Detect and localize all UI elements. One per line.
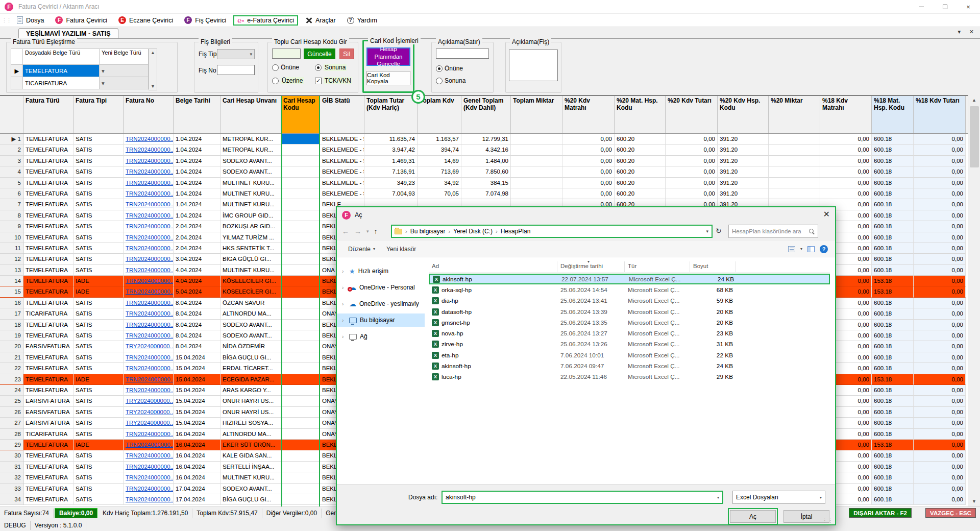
fatura-no-link[interactable]: TRN2024000000... [126, 496, 174, 502]
column-header-hk20[interactable]: %20 Kdv Hsp. Kodu [718, 96, 769, 133]
fatura-no-link[interactable]: TRY2024000000... [126, 420, 174, 426]
sidebar-item-onedrive-personal[interactable]: ›☁OneDrive - Personal [337, 281, 425, 294]
menu-item-ara-lar[interactable]: Araçlar [301, 15, 340, 26]
fatura-no-link[interactable]: TRN2024000000... [126, 365, 174, 371]
fatura-no-link[interactable]: TRN2024000000... [126, 212, 174, 219]
fatura-no-link[interactable]: TRN2024000000... [126, 158, 174, 164]
fis-no-input[interactable] [217, 65, 255, 75]
file-row-dia-hp[interactable]: Xdia-hp25.06.2024 13:41Microsoft Excel Ç… [429, 296, 830, 306]
up-icon[interactable]: ↑ [374, 227, 378, 235]
column-header-t18[interactable]: %18 Kdv Tutarı [914, 96, 966, 133]
scrollbar-thumb[interactable] [970, 106, 979, 167]
fatura-no-link[interactable]: TRN2024000000... [126, 201, 174, 207]
back-icon[interactable]: ← [342, 227, 349, 235]
fatura-no-link[interactable]: TRN2024000000... [126, 332, 174, 339]
fatura-no-link[interactable]: TRN2024000000... [126, 387, 174, 393]
scroll-down-icon[interactable]: ▼ [968, 496, 980, 506]
column-header-n[interactable] [0, 96, 23, 133]
table-row[interactable]: 2TEMELFATURASATISTRN2024000000...1.04.20… [0, 144, 968, 155]
fatura-no-link[interactable]: TRN2024000000... [126, 452, 174, 458]
fatura-no-link[interactable]: TRN2024000000... [126, 223, 174, 229]
mini-grid-scrollbar[interactable]: ▲▼ [149, 49, 157, 90]
fatura-no-link[interactable]: TRY2024000000... [126, 409, 174, 415]
chevron-right-icon[interactable]: › [342, 285, 346, 291]
file-row-datasoft-hp[interactable]: Xdatasoft-hp25.06.2024 13:39Microsoft Ex… [429, 306, 830, 317]
fatura-no-link[interactable]: TRN2024000000... [126, 180, 174, 186]
column-header-genel[interactable]: Genel Toplam (Kdv Dahil) [461, 96, 511, 133]
mini-grid-dropdown[interactable]: ▾ [100, 65, 149, 77]
vazgec-button[interactable]: VAZGEÇ - ESC [925, 508, 976, 518]
chevron-right-icon[interactable]: › [342, 301, 346, 307]
minimize-button[interactable] [910, 0, 933, 14]
fatura-no-link[interactable]: TRN2024000000... [126, 267, 174, 273]
tab-list-dropdown-icon[interactable]: ▾ [958, 29, 961, 35]
column-header-turu[interactable]: Fatura Türü [23, 96, 74, 133]
aciklama-fis-textarea[interactable] [509, 50, 558, 81]
file-row-luca-hp[interactable]: Xluca-hp22.05.2024 11:46Microsoft Excel … [429, 372, 830, 382]
table-row[interactable]: 4TEMELFATURASATISTRN2024000000...1.04.20… [0, 166, 968, 177]
fatura-no-link[interactable]: TRN2024000000... [126, 474, 174, 480]
file-row-akinsoft-hp[interactable]: Xakinsoft-hp7.06.2024 09:47Microsoft Exc… [429, 360, 830, 371]
file-column-header-boyut[interactable]: Boyut [690, 261, 736, 272]
aciklama-satir-input[interactable] [436, 49, 489, 59]
file-row-gmsnet-hp[interactable]: Xgmsnet-hp25.06.2024 13:35Microsoft Exce… [429, 317, 830, 328]
checkbox-tckvkn[interactable]: ✓TCK/VKN [315, 77, 352, 84]
search-input[interactable]: HesapPlan klasöründe ara [728, 225, 818, 238]
file-row-nova-hp[interactable]: Xnova-hp25.06.2024 13:27Microsoft Excel … [429, 328, 830, 339]
column-header-m20[interactable]: %20 Kdv Matrahı [562, 96, 615, 133]
radio-aciklama-onune[interactable]: Önüne [436, 65, 463, 72]
history-dropdown-icon[interactable]: ▾ [366, 229, 369, 234]
breadcrumb-item[interactable]: Bu bilgisayar [410, 228, 446, 235]
chevron-right-icon[interactable]: › [342, 269, 346, 274]
fatura-no-link[interactable]: TRN2024000000... [126, 300, 174, 306]
address-dropdown-icon[interactable]: ▾ [706, 229, 712, 234]
filetype-select[interactable]: Excel Dosyalari ▾ [732, 491, 825, 504]
column-header-tutar[interactable]: Toplam Tutar (Kdv Hariç) [364, 96, 418, 133]
fatura-no-link[interactable]: TRN2024000000... [126, 354, 174, 360]
chevron-right-icon[interactable]: › [342, 334, 346, 340]
radio-onune[interactable]: Önüne [272, 64, 299, 71]
cari-kod-kopyala-button[interactable]: Cari Kod Kopyala [366, 71, 410, 85]
column-header-miktar[interactable]: Toplam Miktar [511, 96, 562, 133]
forward-icon[interactable]: → [354, 227, 361, 235]
file-row-eta-hp[interactable]: Xeta-hp7.06.2024 10:01Microsoft Excel Ç.… [429, 350, 830, 360]
sidebar-item-a-[interactable]: ›Ağ [337, 330, 425, 343]
menu-item-fatura-evirici[interactable]: FFatura Çevirici [51, 15, 111, 26]
breadcrumb-item[interactable]: Yerel Disk (C:) [453, 228, 493, 235]
view-dropdown-icon[interactable]: ▾ [800, 247, 802, 251]
duzenle-button[interactable]: Düzenle▾ [348, 246, 375, 253]
fatura-no-link[interactable]: TRN2024000000... [126, 464, 174, 470]
file-column-header-de-i-tirme-tarihi[interactable]: Değiştirme tarihi▾ [557, 261, 625, 272]
fatura-no-link[interactable]: TRY2024000000... [126, 398, 174, 404]
column-header-mik20[interactable]: %20 Miktar [769, 96, 820, 133]
sil-button[interactable]: Sil [339, 49, 354, 59]
fatura-no-link[interactable]: TRN2024000000... [126, 256, 174, 262]
close-button[interactable]: × [957, 0, 980, 14]
refresh-icon[interactable]: ↻ [716, 227, 722, 235]
fatura-no-link[interactable]: TRN2024000000... [126, 147, 174, 153]
mini-grid-cell[interactable]: TEMELFATURA [23, 65, 100, 77]
open-button[interactable]: Aç [730, 510, 776, 523]
column-header-mk18[interactable]: %18 Mat. Hsp. Kodu [872, 96, 914, 133]
menu-item-dosya[interactable]: Dosya [13, 15, 48, 26]
mini-grid-dropdown[interactable]: ▾ [100, 77, 149, 89]
menu-item-e-fatura-evirici[interactable]: ℮-e-Fatura Çevirici [233, 15, 298, 26]
menu-item-fi-evirici[interactable]: FFiş Çevirici [180, 15, 230, 26]
table-row[interactable]: 6TEMELFATURASATISTRN2024000000...1.04.20… [0, 188, 968, 199]
column-header-unvan[interactable]: Cari Hesap Unvanı [220, 96, 281, 133]
column-header-no[interactable]: Fatura No [124, 96, 174, 133]
file-row-orka-sql-hp[interactable]: Xorka-sql-hp25.06.2024 14:54Microsoft Ex… [429, 284, 830, 295]
sidebar-item-h-zl-eri-im[interactable]: ›★Hızlı erişim [337, 264, 425, 278]
radio-sonuna[interactable]: Sonuna [315, 64, 347, 71]
file-row-zirve-hp[interactable]: Xzirve-hp25.06.2024 13:26Microsoft Excel… [429, 339, 830, 350]
filename-input[interactable]: akinsoft-hp ▾ [442, 491, 723, 504]
column-header-m18[interactable]: %18 Kdv Matrahı [820, 96, 872, 133]
menu-item-yard-m[interactable]: ?Yardım [343, 15, 381, 26]
disari-aktar-button[interactable]: DIŞARI AKTAR - F2 [849, 508, 912, 518]
address-bar[interactable]: ›Bu bilgisayar›Yerel Disk (C:)›HesapPlan… [391, 225, 713, 238]
grid-vertical-scrollbar[interactable]: ▲ ▼ [968, 95, 980, 506]
mini-grid-cell[interactable]: TICARIFATURA [23, 77, 100, 89]
fatura-no-link[interactable]: TRN2024000000... [126, 234, 174, 240]
hesap-planimdan-guncelle-button[interactable]: Hesap Planımdan Güncelle [366, 47, 410, 66]
fis-tipi-select[interactable]: ▾ [217, 49, 255, 59]
